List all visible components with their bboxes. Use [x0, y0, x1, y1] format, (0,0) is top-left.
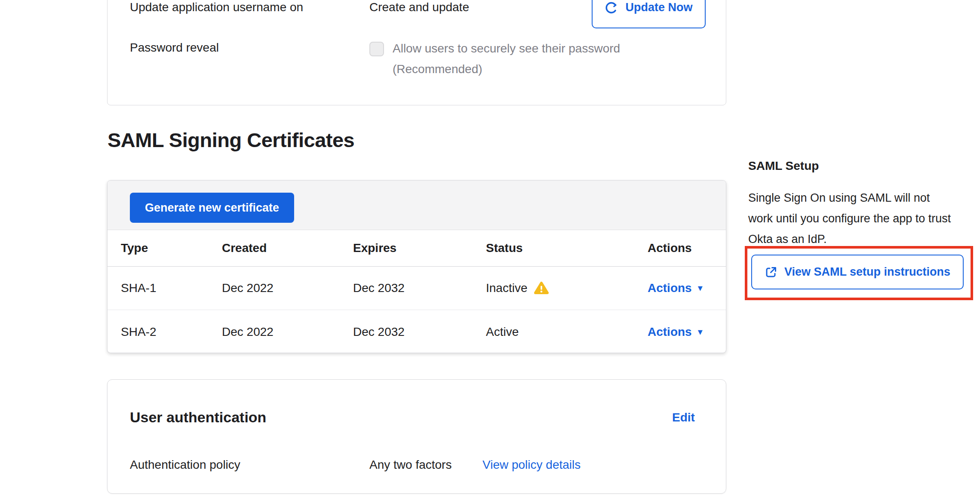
actions-dropdown[interactable]: Actions ▾ — [648, 281, 703, 295]
update-now-label: Update Now — [625, 1, 692, 14]
cert-created: Dec 2022 — [222, 325, 353, 339]
cert-type: SHA-2 — [121, 325, 222, 339]
certificates-table-header: Type Created Expires Status Actions — [108, 230, 726, 267]
actions-dropdown-label: Actions — [648, 325, 692, 339]
user-authentication-heading: User authentication — [130, 407, 266, 427]
update-now-button[interactable]: Update Now — [592, 0, 706, 28]
refresh-icon — [605, 1, 618, 15]
update-username-value: Create and update — [369, 0, 469, 16]
cert-status: Inactive — [486, 281, 528, 295]
column-header-expires: Expires — [353, 241, 486, 255]
column-header-type: Type — [121, 241, 222, 255]
actions-dropdown-label: Actions — [648, 281, 692, 295]
view-saml-setup-instructions-button[interactable]: View SAML setup instructions — [751, 255, 964, 289]
warning-icon — [534, 281, 549, 295]
provisioning-panel: Update application username on Create an… — [107, 0, 726, 105]
authentication-policy-label: Authentication policy — [130, 456, 240, 473]
cert-status: Active — [486, 325, 519, 339]
cert-expires: Dec 2032 — [353, 281, 486, 295]
authentication-policy-value: Any two factors — [369, 456, 452, 473]
edit-link[interactable]: Edit — [672, 411, 695, 424]
column-header-actions: Actions — [636, 241, 713, 255]
generate-new-certificate-button[interactable]: Generate new certificate — [130, 193, 294, 223]
okta-saml-settings-page: Update application username on Create an… — [0, 0, 980, 498]
cert-created: Dec 2022 — [222, 281, 353, 295]
chevron-down-icon: ▾ — [698, 283, 703, 293]
table-row: SHA-1 Dec 2022 Dec 2032 Inactive Actions… — [108, 267, 726, 310]
certificates-toolbar: Generate new certificate — [108, 181, 726, 230]
column-header-status: Status — [486, 241, 636, 255]
update-username-label: Update application username on — [130, 0, 303, 16]
column-header-created: Created — [222, 241, 353, 255]
table-row: SHA-2 Dec 2022 Dec 2032 Active Actions ▾ — [108, 310, 726, 354]
view-policy-details-link[interactable]: View policy details — [482, 456, 581, 473]
password-reveal-checkbox-text: Allow users to securely see their passwo… — [393, 40, 620, 57]
saml-setup-heading: SAML Setup — [748, 157, 819, 175]
external-link-icon — [765, 266, 777, 279]
view-saml-setup-instructions-label: View SAML setup instructions — [784, 265, 950, 279]
saml-signing-certificates-heading: SAML Signing Certificates — [108, 128, 354, 152]
saml-setup-description: Single Sign On using SAML will not work … — [748, 188, 954, 249]
password-reveal-label: Password reveal — [130, 39, 219, 56]
password-reveal-checkbox[interactable] — [369, 42, 384, 56]
cert-expires: Dec 2032 — [353, 325, 486, 339]
user-authentication-panel: User authentication Edit Authentication … — [107, 379, 726, 494]
cert-type: SHA-1 — [121, 281, 222, 295]
chevron-down-icon: ▾ — [698, 327, 703, 337]
certificates-panel: Generate new certificate Type Created Ex… — [107, 180, 726, 353]
actions-dropdown[interactable]: Actions ▾ — [648, 325, 703, 339]
password-reveal-checkbox-text-2: (Recommended) — [393, 61, 482, 78]
